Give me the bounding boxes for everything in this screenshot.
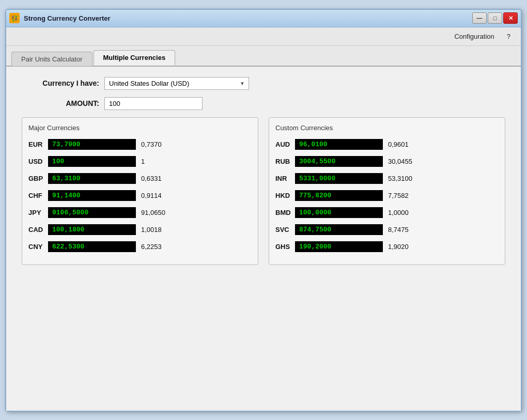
currency-rate-aud: 0,9601 xyxy=(388,141,409,148)
currency-rate-eur: 0,7370 xyxy=(141,141,162,148)
custom-currencies-panel: Custom Currencies AUD 96,0100 0,9601 RUB… xyxy=(269,117,505,265)
list-item: AUD 96,0100 0,9601 xyxy=(275,139,499,150)
panels-container: Major Currencies EUR 73,7000 0,7370 USD … xyxy=(22,117,505,265)
currency-value-bmd: 100,0000 xyxy=(295,207,383,218)
currency-select[interactable]: United States Dollar (USD) xyxy=(104,77,249,90)
list-item: INR 5331,0000 53,3100 xyxy=(275,173,499,184)
window-controls: — □ ✕ xyxy=(472,12,518,24)
list-item: GHS 190,2000 1,9020 xyxy=(275,241,499,252)
main-content: Currency I have: United States Dollar (U… xyxy=(6,67,521,411)
tab-bar: Pair Units Calculator Multiple Currencie… xyxy=(6,46,521,67)
list-item: BMD 100,0000 1,0000 xyxy=(275,207,499,218)
minimize-button[interactable]: — xyxy=(472,12,487,24)
currency-rate-usd: 1 xyxy=(141,158,145,165)
amount-form-row: AMOUNT: xyxy=(22,97,505,110)
currency-form-row: Currency I have: United States Dollar (U… xyxy=(22,77,505,90)
tab-pair-units[interactable]: Pair Units Calculator xyxy=(11,52,92,66)
menu-bar: Configuration ? xyxy=(6,27,521,46)
list-item: CAD 100,1800 1,0018 xyxy=(28,224,252,235)
currency-rate-svc: 8,7475 xyxy=(388,226,409,234)
list-item: SVC 874,7500 8,7475 xyxy=(275,224,499,235)
currency-code-chf: CHF xyxy=(28,192,48,199)
currency-code-eur: EUR xyxy=(28,141,48,148)
currency-rate-chf: 0,9114 xyxy=(141,192,162,199)
currency-rate-cad: 1,0018 xyxy=(141,226,162,234)
currency-code-cad: CAD xyxy=(28,226,48,234)
list-item: GBP 63,3100 0,6331 xyxy=(28,173,252,184)
currency-code-inr: INR xyxy=(275,175,295,182)
currency-rate-cny: 6,2253 xyxy=(141,243,162,251)
currency-rate-hkd: 7,7582 xyxy=(388,192,409,199)
currency-rate-gbp: 0,6331 xyxy=(141,175,162,182)
major-currencies-title: Major Currencies xyxy=(28,124,252,132)
maximize-button[interactable]: □ xyxy=(488,12,502,24)
currency-value-usd: 100 xyxy=(48,156,136,167)
currency-code-bmd: BMD xyxy=(275,209,295,216)
currency-rate-rub: 30,0455 xyxy=(388,158,412,165)
currency-rate-bmd: 1,0000 xyxy=(388,209,409,216)
currency-value-inr: 5331,0000 xyxy=(295,173,383,184)
currency-code-usd: USD xyxy=(28,158,48,165)
window-title: Strong Currency Converter xyxy=(24,14,472,22)
currency-value-chf: 91,1400 xyxy=(48,190,136,201)
main-window: 💱 Strong Currency Converter — □ ✕ Config… xyxy=(5,9,522,412)
close-button[interactable]: ✕ xyxy=(503,12,518,24)
currency-code-svc: SVC xyxy=(275,226,295,234)
amount-label: AMOUNT: xyxy=(22,99,99,107)
currency-code-ghs: GHS xyxy=(275,243,295,251)
currency-value-cad: 100,1800 xyxy=(48,224,136,235)
amount-input[interactable] xyxy=(104,97,203,110)
list-item: CNY 622,5300 6,2253 xyxy=(28,241,252,252)
major-currencies-panel: Major Currencies EUR 73,7000 0,7370 USD … xyxy=(22,117,258,265)
list-item: USD 100 1 xyxy=(28,156,252,167)
currency-value-svc: 874,7500 xyxy=(295,224,383,235)
list-item: JPY 9106,5000 91,0650 xyxy=(28,207,252,218)
list-item: CHF 91,1400 0,9114 xyxy=(28,190,252,201)
currency-code-rub: RUB xyxy=(275,158,295,165)
list-item: HKD 775,8200 7,7582 xyxy=(275,190,499,201)
currency-value-jpy: 9106,5000 xyxy=(48,207,136,218)
currency-code-gbp: GBP xyxy=(28,175,48,182)
help-menu[interactable]: ? xyxy=(505,32,513,41)
title-bar: 💱 Strong Currency Converter — □ ✕ xyxy=(6,10,521,27)
currency-code-hkd: HKD xyxy=(275,192,295,199)
currency-code-aud: AUD xyxy=(275,141,295,148)
currency-value-gbp: 63,3100 xyxy=(48,173,136,184)
tab-multiple-currencies[interactable]: Multiple Currencies xyxy=(94,50,176,66)
currency-select-wrapper: United States Dollar (USD) xyxy=(104,77,249,90)
currency-value-aud: 96,0100 xyxy=(295,139,383,150)
currency-value-cny: 622,5300 xyxy=(48,241,136,252)
custom-currencies-title: Custom Currencies xyxy=(275,124,499,132)
list-item: RUB 3004,5500 30,0455 xyxy=(275,156,499,167)
currency-value-eur: 73,7000 xyxy=(48,139,136,150)
app-icon: 💱 xyxy=(9,13,20,23)
currency-value-ghs: 190,2000 xyxy=(295,241,383,252)
currency-code-cny: CNY xyxy=(28,243,48,251)
currency-rate-inr: 53,3100 xyxy=(388,175,412,182)
currency-rate-jpy: 91,0650 xyxy=(141,209,165,216)
configuration-menu[interactable]: Configuration xyxy=(452,32,496,41)
currency-label: Currency I have: xyxy=(22,79,99,87)
currency-value-hkd: 775,8200 xyxy=(295,190,383,201)
currency-rate-ghs: 1,9020 xyxy=(388,243,409,251)
list-item: EUR 73,7000 0,7370 xyxy=(28,139,252,150)
currency-code-jpy: JPY xyxy=(28,209,48,216)
currency-value-rub: 3004,5500 xyxy=(295,156,383,167)
